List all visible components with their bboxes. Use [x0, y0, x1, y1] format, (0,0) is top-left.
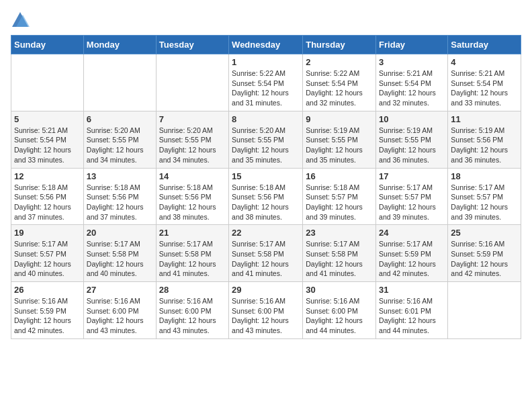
day-number: 4 [451, 57, 518, 67]
day-cell [11, 54, 84, 111]
day-header-monday: Monday [83, 36, 156, 54]
day-number: 9 [306, 114, 373, 124]
day-header-saturday: Saturday [448, 36, 521, 54]
day-number: 19 [14, 228, 81, 238]
day-cell: 15Sunrise: 5:18 AMSunset: 5:56 PMDayligh… [229, 168, 303, 225]
day-info: Sunrise: 5:16 AMSunset: 6:00 PMDaylight:… [306, 296, 373, 336]
day-cell: 5Sunrise: 5:21 AMSunset: 5:54 PMDaylight… [11, 111, 84, 168]
day-number: 13 [87, 171, 153, 181]
week-row-1: 1Sunrise: 5:22 AMSunset: 5:54 PMDaylight… [11, 54, 521, 111]
day-info: Sunrise: 5:17 AMSunset: 5:58 PMDaylight:… [159, 239, 226, 279]
day-number: 24 [379, 228, 445, 238]
day-number: 14 [159, 171, 226, 181]
day-info: Sunrise: 5:22 AMSunset: 5:54 PMDaylight:… [232, 68, 300, 108]
day-cell: 31Sunrise: 5:16 AMSunset: 6:01 PMDayligh… [376, 282, 448, 339]
day-number: 20 [87, 228, 153, 238]
day-info: Sunrise: 5:20 AMSunset: 5:55 PMDaylight:… [232, 126, 300, 165]
day-number: 15 [232, 171, 300, 181]
day-header-sunday: Sunday [11, 36, 84, 54]
day-info: Sunrise: 5:16 AMSunset: 6:00 PMDaylight:… [87, 296, 153, 336]
day-cell: 23Sunrise: 5:17 AMSunset: 5:58 PMDayligh… [303, 225, 376, 282]
day-number: 25 [451, 228, 518, 238]
day-info: Sunrise: 5:16 AMSunset: 6:00 PMDaylight:… [232, 296, 300, 336]
day-number: 1 [232, 57, 300, 67]
week-row-5: 26Sunrise: 5:16 AMSunset: 5:59 PMDayligh… [11, 282, 521, 339]
day-cell: 20Sunrise: 5:17 AMSunset: 5:58 PMDayligh… [83, 225, 156, 282]
day-cell: 6Sunrise: 5:20 AMSunset: 5:55 PMDaylight… [83, 111, 156, 168]
day-number: 10 [379, 114, 445, 124]
day-cell: 7Sunrise: 5:20 AMSunset: 5:55 PMDaylight… [156, 111, 228, 168]
day-info: Sunrise: 5:17 AMSunset: 5:58 PMDaylight:… [87, 239, 153, 279]
day-number: 16 [306, 171, 373, 181]
day-info: Sunrise: 5:19 AMSunset: 5:55 PMDaylight:… [379, 126, 445, 165]
day-info: Sunrise: 5:21 AMSunset: 5:54 PMDaylight:… [14, 126, 81, 165]
day-cell: 25Sunrise: 5:16 AMSunset: 5:59 PMDayligh… [448, 225, 521, 282]
week-row-4: 19Sunrise: 5:17 AMSunset: 5:57 PMDayligh… [11, 225, 521, 282]
day-info: Sunrise: 5:18 AMSunset: 5:56 PMDaylight:… [232, 183, 300, 222]
day-info: Sunrise: 5:17 AMSunset: 5:57 PMDaylight:… [14, 239, 81, 279]
day-info: Sunrise: 5:21 AMSunset: 5:54 PMDaylight:… [379, 68, 445, 108]
day-number: 23 [306, 228, 373, 238]
day-number: 8 [232, 114, 300, 124]
day-cell: 16Sunrise: 5:18 AMSunset: 5:57 PMDayligh… [303, 168, 376, 225]
day-number: 2 [306, 57, 373, 67]
logo [11, 11, 32, 30]
day-info: Sunrise: 5:17 AMSunset: 5:59 PMDaylight:… [379, 239, 445, 279]
day-number: 26 [14, 285, 81, 295]
day-cell: 4Sunrise: 5:21 AMSunset: 5:54 PMDaylight… [448, 54, 521, 111]
day-cell [448, 282, 521, 339]
day-cell: 28Sunrise: 5:16 AMSunset: 6:00 PMDayligh… [156, 282, 228, 339]
day-cell: 2Sunrise: 5:22 AMSunset: 5:54 PMDaylight… [303, 54, 376, 111]
day-cell: 30Sunrise: 5:16 AMSunset: 6:00 PMDayligh… [303, 282, 376, 339]
day-number: 17 [379, 171, 445, 181]
day-cell: 24Sunrise: 5:17 AMSunset: 5:59 PMDayligh… [376, 225, 448, 282]
day-info: Sunrise: 5:16 AMSunset: 5:59 PMDaylight:… [14, 296, 81, 336]
day-info: Sunrise: 5:20 AMSunset: 5:55 PMDaylight:… [87, 126, 153, 165]
day-cell: 19Sunrise: 5:17 AMSunset: 5:57 PMDayligh… [11, 225, 84, 282]
header-row: SundayMondayTuesdayWednesdayThursdayFrid… [11, 36, 521, 54]
day-number: 31 [379, 285, 445, 295]
day-cell: 13Sunrise: 5:18 AMSunset: 5:56 PMDayligh… [83, 168, 156, 225]
day-cell: 27Sunrise: 5:16 AMSunset: 6:00 PMDayligh… [83, 282, 156, 339]
day-info: Sunrise: 5:16 AMSunset: 6:00 PMDaylight:… [159, 296, 226, 336]
day-info: Sunrise: 5:18 AMSunset: 5:56 PMDaylight:… [159, 183, 226, 222]
header [11, 11, 521, 30]
week-row-2: 5Sunrise: 5:21 AMSunset: 5:54 PMDaylight… [11, 111, 521, 168]
day-cell: 14Sunrise: 5:18 AMSunset: 5:56 PMDayligh… [156, 168, 228, 225]
day-number: 7 [159, 114, 226, 124]
day-cell [83, 54, 156, 111]
day-info: Sunrise: 5:17 AMSunset: 5:57 PMDaylight:… [379, 183, 445, 222]
day-info: Sunrise: 5:18 AMSunset: 5:56 PMDaylight:… [87, 183, 153, 222]
day-cell: 21Sunrise: 5:17 AMSunset: 5:58 PMDayligh… [156, 225, 228, 282]
day-number: 29 [232, 285, 300, 295]
day-info: Sunrise: 5:20 AMSunset: 5:55 PMDaylight:… [159, 126, 226, 165]
day-info: Sunrise: 5:17 AMSunset: 5:57 PMDaylight:… [451, 183, 518, 222]
day-cell [156, 54, 228, 111]
day-cell: 22Sunrise: 5:17 AMSunset: 5:58 PMDayligh… [229, 225, 303, 282]
day-cell: 29Sunrise: 5:16 AMSunset: 6:00 PMDayligh… [229, 282, 303, 339]
day-number: 5 [14, 114, 81, 124]
day-info: Sunrise: 5:19 AMSunset: 5:56 PMDaylight:… [451, 126, 518, 165]
day-cell: 18Sunrise: 5:17 AMSunset: 5:57 PMDayligh… [448, 168, 521, 225]
day-cell: 11Sunrise: 5:19 AMSunset: 5:56 PMDayligh… [448, 111, 521, 168]
day-info: Sunrise: 5:16 AMSunset: 5:59 PMDaylight:… [451, 239, 518, 279]
day-header-tuesday: Tuesday [156, 36, 228, 54]
day-cell: 12Sunrise: 5:18 AMSunset: 5:56 PMDayligh… [11, 168, 84, 225]
calendar: SundayMondayTuesdayWednesdayThursdayFrid… [11, 35, 521, 339]
day-info: Sunrise: 5:21 AMSunset: 5:54 PMDaylight:… [451, 68, 518, 108]
day-cell: 8Sunrise: 5:20 AMSunset: 5:55 PMDaylight… [229, 111, 303, 168]
day-number: 21 [159, 228, 226, 238]
day-number: 11 [451, 114, 518, 124]
day-number: 22 [232, 228, 300, 238]
day-cell: 26Sunrise: 5:16 AMSunset: 5:59 PMDayligh… [11, 282, 84, 339]
day-number: 18 [451, 171, 518, 181]
day-info: Sunrise: 5:17 AMSunset: 5:58 PMDaylight:… [306, 239, 373, 279]
day-cell: 3Sunrise: 5:21 AMSunset: 5:54 PMDaylight… [376, 54, 448, 111]
day-cell: 1Sunrise: 5:22 AMSunset: 5:54 PMDaylight… [229, 54, 303, 111]
week-row-3: 12Sunrise: 5:18 AMSunset: 5:56 PMDayligh… [11, 168, 521, 225]
day-cell: 17Sunrise: 5:17 AMSunset: 5:57 PMDayligh… [376, 168, 448, 225]
day-info: Sunrise: 5:18 AMSunset: 5:56 PMDaylight:… [14, 183, 81, 222]
day-number: 3 [379, 57, 445, 67]
day-info: Sunrise: 5:19 AMSunset: 5:55 PMDaylight:… [306, 126, 373, 165]
day-number: 27 [87, 285, 153, 295]
